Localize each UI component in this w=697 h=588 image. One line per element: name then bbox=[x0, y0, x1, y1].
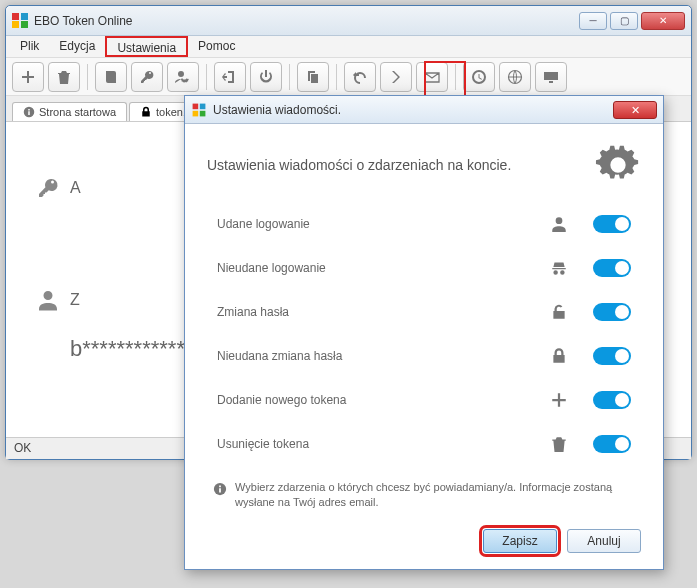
dialog-info: Wybierz zdarzenia o których chcesz być p… bbox=[185, 470, 663, 515]
dialog-titlebar: Ustawienia wiadomości. ✕ bbox=[185, 96, 663, 124]
dialog-app-icon bbox=[193, 103, 206, 116]
maximize-button[interactable]: ▢ bbox=[610, 12, 638, 30]
dialog-title: Ustawienia wiadomości. bbox=[213, 103, 613, 117]
cancel-button[interactable]: Anuluj bbox=[567, 529, 641, 553]
tool-display[interactable] bbox=[535, 62, 567, 92]
tool-power[interactable] bbox=[250, 62, 282, 92]
trash-icon bbox=[547, 435, 571, 453]
app-icon bbox=[12, 13, 28, 29]
menu-edycja[interactable]: Edycja bbox=[49, 36, 105, 57]
toggle-password-change[interactable] bbox=[593, 303, 631, 321]
titlebar: EBO Token Online ─ ▢ ✕ bbox=[6, 6, 691, 36]
toolbar bbox=[6, 58, 691, 96]
tool-book[interactable] bbox=[95, 62, 127, 92]
close-button[interactable]: ✕ bbox=[641, 12, 685, 30]
tool-key[interactable] bbox=[131, 62, 163, 92]
option-password-change-fail: Nieudana zmiana hasła bbox=[217, 334, 631, 378]
toggle-login-fail[interactable] bbox=[593, 259, 631, 277]
window-title: EBO Token Online bbox=[34, 14, 579, 28]
spy-icon bbox=[547, 259, 571, 277]
plus-icon bbox=[547, 391, 571, 409]
toggle-password-change-fail[interactable] bbox=[593, 347, 631, 365]
toggle-token-delete[interactable] bbox=[593, 435, 631, 453]
tool-more[interactable] bbox=[380, 62, 412, 92]
tool-add[interactable] bbox=[12, 62, 44, 92]
user-icon bbox=[547, 215, 571, 233]
save-button[interactable]: Zapisz bbox=[483, 529, 557, 553]
dialog-close-button[interactable]: ✕ bbox=[613, 101, 657, 119]
option-token-add: Dodanie nowego tokena bbox=[217, 378, 631, 422]
menubar: Plik Edycja Ustawienia Pomoc bbox=[6, 36, 691, 58]
user-icon bbox=[36, 288, 60, 312]
tool-undo[interactable] bbox=[344, 62, 376, 92]
menu-pomoc[interactable]: Pomoc bbox=[188, 36, 245, 57]
toggle-login-success[interactable] bbox=[593, 215, 631, 233]
dialog-footer: Zapisz Anuluj bbox=[185, 515, 663, 553]
tool-logout[interactable] bbox=[214, 62, 246, 92]
lock-icon bbox=[140, 106, 152, 118]
lock-icon bbox=[547, 347, 571, 365]
dialog-body: Udane logowanie Nieudane logowanie Zmian… bbox=[185, 198, 663, 470]
tab-start-page[interactable]: Strona startowa bbox=[12, 102, 127, 121]
option-login-success: Udane logowanie bbox=[217, 202, 631, 246]
unlock-icon bbox=[547, 303, 571, 321]
tool-user-settings[interactable] bbox=[167, 62, 199, 92]
info-icon bbox=[213, 482, 227, 496]
minimize-button[interactable]: ─ bbox=[579, 12, 607, 30]
tool-copy[interactable] bbox=[297, 62, 329, 92]
option-token-delete: Usunięcie tokena bbox=[217, 422, 631, 466]
tool-globe[interactable] bbox=[499, 62, 531, 92]
tool-delete[interactable] bbox=[48, 62, 80, 92]
info-icon bbox=[23, 106, 35, 118]
option-login-fail: Nieudane logowanie bbox=[217, 246, 631, 290]
menu-ustawienia[interactable]: Ustawienia bbox=[105, 36, 188, 57]
key-icon bbox=[36, 176, 60, 200]
option-password-change: Zmiana hasła bbox=[217, 290, 631, 334]
toggle-token-add[interactable] bbox=[593, 391, 631, 409]
dialog-heading: Ustawienia wiadomości o zdarzeniach na k… bbox=[207, 157, 585, 173]
tool-history[interactable] bbox=[463, 62, 495, 92]
gears-icon bbox=[595, 142, 641, 188]
menu-plik[interactable]: Plik bbox=[10, 36, 49, 57]
tool-messages[interactable] bbox=[416, 62, 448, 92]
settings-dialog: Ustawienia wiadomości. ✕ Ustawienia wiad… bbox=[184, 95, 664, 570]
